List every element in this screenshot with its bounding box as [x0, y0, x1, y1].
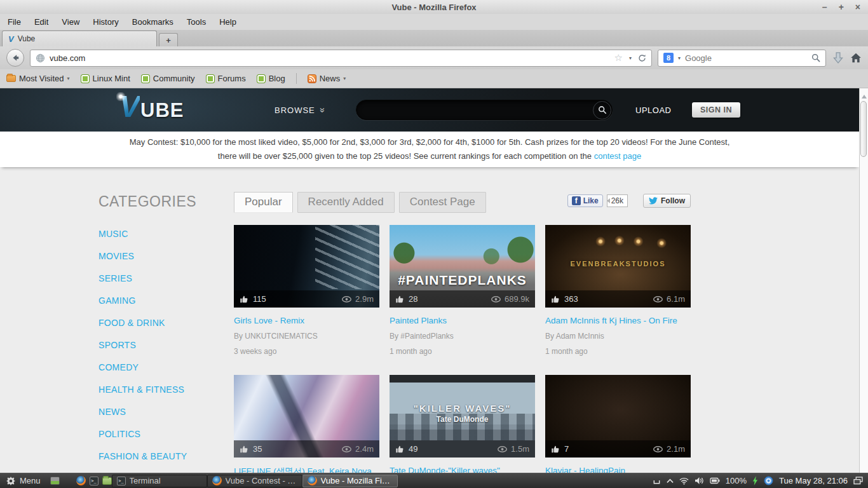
- category-fashion-beauty[interactable]: FASHION & BEAUTY: [98, 451, 234, 461]
- video-title[interactable]: Painted Planks: [390, 316, 447, 325]
- vube-logo[interactable]: V UBE: [119, 93, 184, 122]
- taskbar-menu-button[interactable]: Menu: [3, 473, 44, 488]
- video-title[interactable]: LIFELINE (생명선) Feat. Keira Nova: [234, 466, 372, 473]
- browser-search-bar[interactable]: 8 ▾: [658, 50, 826, 67]
- back-button[interactable]: [6, 49, 24, 67]
- video-thumbnail[interactable]: "KILLER WAVES" Tate DuMonde 49 1.5m: [390, 375, 535, 458]
- bookmark-most-visited[interactable]: Most Visited ▾: [6, 74, 70, 83]
- video-thumbnail[interactable]: 7 2.1m: [545, 375, 691, 458]
- thumbs-up-icon: [395, 295, 404, 304]
- google-engine-icon[interactable]: 8: [663, 53, 674, 63]
- url-input[interactable]: [50, 53, 610, 63]
- video-title[interactable]: Adam McInnis ft Kj Hines - On Fire: [545, 316, 677, 325]
- video-thumbnail[interactable]: #PAINTEDPLANKS 28 689.9k: [390, 225, 535, 308]
- close-button[interactable]: ×: [855, 2, 860, 12]
- bookmark-news[interactable]: News ▾: [308, 74, 346, 83]
- tab-popular[interactable]: Popular: [234, 192, 293, 213]
- scrollbar-thumb[interactable]: [860, 101, 867, 157]
- video-thumbnail[interactable]: 115 2.9m: [234, 225, 379, 308]
- video-title[interactable]: Klaviar - HealingPain: [545, 466, 625, 473]
- bookmark-linux-mint[interactable]: Linux Mint: [81, 74, 130, 83]
- category-food-drink[interactable]: FOOD & DRINK: [98, 318, 234, 328]
- bookmark-forums[interactable]: Forums: [206, 74, 246, 83]
- wifi-icon[interactable]: [679, 477, 689, 485]
- power-bolt-icon[interactable]: [752, 476, 758, 485]
- system-tray: 100% Tue May 28, 21:06: [653, 476, 865, 485]
- site-search-button[interactable]: [593, 101, 611, 119]
- home-icon[interactable]: [850, 52, 862, 64]
- menu-help[interactable]: Help: [219, 17, 236, 27]
- browse-label: BROWSE: [275, 105, 315, 115]
- volume-icon[interactable]: [695, 477, 704, 485]
- page-scrollbar[interactable]: [859, 88, 868, 473]
- taskbar-clock[interactable]: Tue May 28, 21:06: [779, 476, 848, 485]
- battery-icon[interactable]: [710, 477, 720, 484]
- view-count: 2.9m: [355, 294, 374, 304]
- menu-bookmarks[interactable]: Bookmarks: [132, 17, 173, 27]
- files-launcher-icon[interactable]: [102, 477, 112, 485]
- sign-in-button[interactable]: SIGN IN: [692, 102, 740, 118]
- browse-menu[interactable]: BROWSE »: [275, 105, 326, 115]
- video-thumbnail[interactable]: 35 2.4m: [234, 375, 379, 458]
- taskbar-window-vube-contest[interactable]: Vube - Contest - M...: [207, 475, 302, 487]
- downloads-icon[interactable]: [832, 51, 844, 64]
- browser-tab-vube[interactable]: V Vube: [2, 30, 157, 46]
- engine-dropdown-icon[interactable]: ▾: [678, 55, 681, 61]
- url-dropdown-icon[interactable]: ▾: [629, 55, 632, 61]
- menu-edit[interactable]: Edit: [34, 17, 48, 27]
- video-title[interactable]: Girls Love - Remix: [234, 316, 304, 325]
- video-title[interactable]: Tate DuMonde-"Killer waves": [390, 466, 500, 473]
- view-count: 2.4m: [355, 444, 374, 454]
- bookmark-star-icon[interactable]: ☆: [614, 52, 623, 64]
- scrollbar-up-arrow[interactable]: [862, 92, 867, 98]
- minimize-button[interactable]: –: [822, 2, 827, 12]
- bookmark-community[interactable]: Community: [141, 74, 195, 83]
- menu-tools[interactable]: Tools: [187, 17, 206, 27]
- new-tab-button[interactable]: +: [159, 33, 178, 46]
- thumbnail-overlay-text: "KILLER WAVES": [390, 403, 535, 414]
- browser-search-input[interactable]: [685, 53, 807, 63]
- search-icon[interactable]: [811, 53, 820, 62]
- bookmark-blog[interactable]: Blog: [257, 74, 285, 83]
- category-music[interactable]: MUSIC: [98, 229, 234, 239]
- taskbar-window-terminal[interactable]: >_ Terminal: [112, 475, 207, 487]
- category-movies[interactable]: MOVIES: [98, 251, 234, 261]
- sparkle-icon: [116, 92, 125, 101]
- menu-file[interactable]: File: [8, 17, 21, 27]
- update-shield-icon[interactable]: [764, 476, 773, 485]
- category-health-fitness[interactable]: HEALTH & FITNESS: [98, 384, 234, 395]
- category-politics[interactable]: POLITICS: [98, 429, 234, 439]
- menu-view[interactable]: View: [62, 17, 79, 27]
- site-search-bar[interactable]: [356, 100, 613, 120]
- maximize-button[interactable]: +: [839, 2, 844, 12]
- category-news[interactable]: NEWS: [98, 407, 234, 417]
- tray-expand-icon[interactable]: [667, 478, 674, 484]
- show-desktop-icon[interactable]: [50, 477, 60, 485]
- facebook-like-button[interactable]: f Like: [567, 194, 603, 207]
- terminal-launcher-icon[interactable]: >_: [90, 477, 98, 485]
- video-thumbnail[interactable]: EVENBREAKSTUDIOS 363 6.1m: [545, 225, 691, 308]
- back-arrow-icon: [11, 53, 20, 62]
- category-comedy[interactable]: COMEDY: [98, 362, 234, 372]
- thumbs-up-icon: [240, 445, 248, 454]
- menu-history[interactable]: History: [93, 17, 118, 27]
- bookmarks-separator: [296, 73, 297, 84]
- taskbar-window-vube-firefox[interactable]: Vube - Mozilla Firefox: [302, 475, 398, 487]
- firefox-launcher-icon[interactable]: [76, 476, 86, 485]
- contest-page-link[interactable]: contest page: [594, 151, 641, 161]
- category-sports[interactable]: SPORTS: [98, 340, 234, 350]
- category-series[interactable]: SERIES: [98, 273, 234, 283]
- url-bar[interactable]: ☆ ▾: [30, 50, 652, 67]
- twitter-follow-button[interactable]: Follow: [643, 194, 691, 208]
- tab-contest-page[interactable]: Contest Page: [399, 192, 486, 213]
- window-title: Vube - Mozilla Firefox: [391, 3, 476, 12]
- window-list-icon[interactable]: [653, 477, 661, 485]
- thumbnail-overlay-subtext: Tate DuMonde: [390, 415, 535, 424]
- upload-button[interactable]: UPLOAD: [635, 105, 671, 115]
- workspace-switcher-icon[interactable]: [853, 477, 863, 485]
- bookmark-label: Most Visited: [19, 74, 64, 83]
- site-search-input[interactable]: [356, 105, 593, 115]
- category-gaming[interactable]: GAMING: [98, 295, 234, 306]
- reload-icon[interactable]: [638, 54, 646, 62]
- tab-recently-added[interactable]: Recently Added: [297, 192, 395, 213]
